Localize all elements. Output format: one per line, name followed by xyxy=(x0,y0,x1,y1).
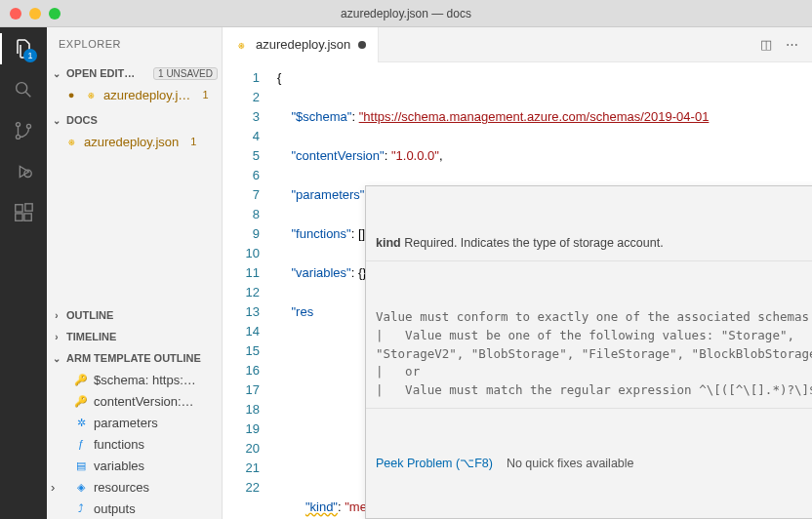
modified-indicator-icon xyxy=(358,41,366,49)
arm-item-label: resources xyxy=(94,480,149,495)
arm-item-label: variables xyxy=(94,459,144,473)
extensions-icon[interactable] xyxy=(12,201,35,224)
activity-bar: 1 xyxy=(0,27,47,519)
workspace-label: DOCS xyxy=(66,114,98,126)
out-icon: ⤴ xyxy=(74,501,88,515)
tab-label: azuredeploy.json xyxy=(256,37,350,52)
minimize-icon[interactable] xyxy=(29,8,41,20)
hover-desc: Required. Indicates the type of storage … xyxy=(401,236,664,250)
outline-header[interactable]: ›OUTLINE xyxy=(47,304,222,326)
chevron-right-icon: › xyxy=(51,310,62,321)
arm-item-label: functions xyxy=(94,437,144,452)
arm-item[interactable]: ƒfunctions xyxy=(47,433,222,455)
doc-icon: ▤ xyxy=(74,459,88,472)
cube-icon: ◈ xyxy=(74,480,88,494)
arm-item[interactable]: 🔑contentVersion:… xyxy=(47,390,222,412)
hover-body: Value must conform to exactly one of the… xyxy=(366,300,812,409)
outline-label: OUTLINE xyxy=(66,309,113,321)
file-json-icon: ⎈ xyxy=(234,38,248,52)
chevron-down-icon: ⌄ xyxy=(51,115,62,126)
chevron-down-icon: ⌄ xyxy=(51,353,62,364)
svg-rect-7 xyxy=(24,214,31,220)
tabs: ⎈ azuredeploy.json ◫ ⋯ xyxy=(223,27,812,62)
file-name: azuredeploy.json xyxy=(84,135,179,149)
arm-item-label: contentVersion:… xyxy=(94,394,194,409)
svg-point-0 xyxy=(17,83,27,94)
svg-point-2 xyxy=(16,135,20,139)
sidebar-title: EXPLORER xyxy=(47,27,222,60)
sidebar: EXPLORER ⌄ OPEN EDIT… 1 UNSAVED ● ⎈ azur… xyxy=(47,27,223,519)
open-editors-header[interactable]: ⌄ OPEN EDIT… 1 UNSAVED xyxy=(47,62,222,84)
arm-item-label: outputs xyxy=(94,501,136,516)
file-name: azuredeploy.j… xyxy=(103,88,190,102)
key-icon: 🔑 xyxy=(74,373,88,386)
svg-rect-8 xyxy=(25,204,32,211)
file-json-icon: ⎈ xyxy=(64,135,78,148)
no-fix-label: No quick fixes available xyxy=(507,457,634,470)
key-icon: 🔑 xyxy=(74,394,88,408)
debug-icon[interactable] xyxy=(12,160,35,183)
arm-item[interactable]: ⤴outputs xyxy=(47,498,222,519)
workspace-file[interactable]: ⎈ azuredeploy.json xyxy=(47,131,222,152)
arm-item[interactable]: ✲parameters xyxy=(47,412,222,433)
tab-azuredeploy[interactable]: ⎈ azuredeploy.json xyxy=(223,27,379,62)
svg-point-3 xyxy=(26,124,30,128)
hover-actions: Peek Problem (⌥F8)No quick fixes availab… xyxy=(366,448,812,479)
hover-keyword: kind xyxy=(376,236,401,250)
open-editor-item[interactable]: ● ⎈ azuredeploy.j… xyxy=(47,84,222,105)
open-editors-label: OPEN EDIT… xyxy=(66,67,135,79)
main: 1 EXPLORER ⌄ OPEN EDIT… 1 UNSAVED ● ⎈ az… xyxy=(0,27,812,519)
hover-tooltip: kind Required. Indicates the type of sto… xyxy=(365,185,812,519)
arm-item[interactable]: ›◈resources xyxy=(47,476,222,498)
titlebar: azuredeploy.json — docs xyxy=(0,0,812,27)
editor: ⎈ azuredeploy.json ◫ ⋯ 12345678910111213… xyxy=(223,27,812,519)
line-numbers: 12345678910111213141516171819202122 xyxy=(223,62,277,519)
search-icon[interactable] xyxy=(12,78,35,101)
hover-title: kind Required. Indicates the type of sto… xyxy=(366,225,812,261)
arm-item[interactable]: 🔑$schema: https:… xyxy=(47,369,222,390)
svg-rect-5 xyxy=(16,205,22,212)
unsaved-badge: 1 UNSAVED xyxy=(153,67,218,80)
func-icon: ƒ xyxy=(74,437,88,451)
close-icon[interactable] xyxy=(10,8,21,20)
arm-item-label: $schema: https:… xyxy=(94,373,196,387)
explorer-badge: 1 xyxy=(23,49,37,62)
tab-actions: ◫ ⋯ xyxy=(760,37,812,52)
chevron-right-icon: › xyxy=(51,332,62,342)
window-controls xyxy=(10,8,61,20)
timeline-header[interactable]: ›TIMELINE xyxy=(47,326,222,347)
explorer-icon[interactable]: 1 xyxy=(12,37,35,60)
arm-label: ARM TEMPLATE OUTLINE xyxy=(66,352,201,364)
workspace-header[interactable]: ⌄ DOCS xyxy=(47,109,222,131)
window-title: azuredeploy.json — docs xyxy=(341,7,471,20)
chevron-right-icon: › xyxy=(51,480,55,495)
modified-dot-icon: ● xyxy=(64,88,78,101)
file-json-icon: ⎈ xyxy=(84,88,98,101)
arm-item[interactable]: ▤variables xyxy=(47,455,222,476)
chevron-down-icon: ⌄ xyxy=(51,68,62,79)
split-editor-icon[interactable]: ◫ xyxy=(760,37,772,52)
svg-point-1 xyxy=(16,123,20,127)
gear-icon: ✲ xyxy=(74,416,88,429)
maximize-icon[interactable] xyxy=(49,8,61,20)
arm-item-label: parameters xyxy=(94,416,158,430)
more-icon[interactable]: ⋯ xyxy=(786,37,798,52)
timeline-label: TIMELINE xyxy=(66,331,116,342)
arm-header[interactable]: ⌄ARM TEMPLATE OUTLINE xyxy=(47,347,222,369)
source-control-icon[interactable] xyxy=(12,119,35,142)
code-area[interactable]: 12345678910111213141516171819202122 { "$… xyxy=(223,62,812,519)
code-lines[interactable]: { "$schema": "https://schema.management.… xyxy=(277,62,812,519)
svg-rect-6 xyxy=(16,214,22,220)
peek-problem-link[interactable]: Peek Problem (⌥F8) xyxy=(376,457,493,470)
